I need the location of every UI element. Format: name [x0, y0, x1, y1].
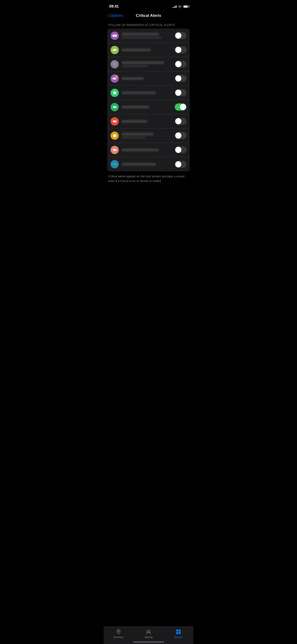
status-time: 09:41 [109, 4, 119, 9]
list-item [107, 43, 190, 57]
item-text-10 [122, 163, 175, 166]
status-bar: 09:41 [104, 0, 194, 12]
med-icon-5 [110, 89, 119, 97]
toggle-6[interactable] [175, 104, 186, 110]
item-text-3 [122, 61, 175, 67]
battery-icon [183, 5, 189, 8]
med-icon-7 [110, 117, 119, 126]
list-item [107, 86, 190, 100]
medication-list [107, 28, 190, 171]
list-item [107, 114, 190, 128]
med-icon-4 [110, 74, 119, 83]
item-text-6 [122, 106, 175, 108]
nav-bar: ‹ Options Critical Alerts [104, 12, 194, 21]
list-item [107, 157, 190, 171]
toggle-9[interactable] [175, 146, 186, 154]
med-icon-8 [110, 132, 119, 140]
wifi-icon [178, 5, 182, 8]
item-text-7 [122, 120, 175, 123]
back-label: Options [110, 13, 124, 18]
toggle-10[interactable] [175, 161, 186, 168]
footer-description: Critical alerts appear on the lock scree… [104, 171, 194, 188]
list-item [107, 72, 190, 86]
list-item [107, 28, 190, 43]
med-icon-1 [110, 32, 119, 40]
item-text-5 [122, 92, 175, 94]
item-text-8 [122, 133, 175, 139]
list-item [107, 128, 190, 143]
toggle-3[interactable] [175, 60, 186, 68]
list-item [107, 57, 190, 72]
list-item [107, 100, 190, 114]
item-text-1 [122, 33, 175, 39]
main-content: FOLLOW UP REMINDERS AS CRITICAL ALERTS [104, 22, 194, 208]
back-button[interactable]: ‹ Options [107, 13, 123, 18]
med-icon-2 [110, 46, 119, 54]
toggle-5[interactable] [175, 89, 186, 96]
back-chevron-icon: ‹ [107, 13, 109, 18]
toggle-4[interactable] [175, 75, 186, 82]
toggle-1[interactable] [175, 32, 186, 39]
med-icon-9 [110, 146, 119, 154]
page-title: Critical Alerts [136, 13, 161, 18]
item-text-9 [122, 148, 175, 151]
med-icon-10 [110, 160, 119, 168]
section-header: FOLLOW UP REMINDERS AS CRITICAL ALERTS [104, 22, 194, 28]
signal-icon [172, 5, 176, 8]
item-text-2 [122, 48, 175, 51]
toggle-2[interactable] [175, 46, 186, 54]
med-icon-3 [110, 60, 119, 68]
list-item [107, 143, 190, 157]
toggle-8[interactable] [175, 132, 186, 139]
status-icons [172, 5, 189, 8]
item-text-4 [122, 77, 175, 80]
toggle-7[interactable] [175, 118, 186, 125]
med-icon-6 [110, 103, 119, 111]
